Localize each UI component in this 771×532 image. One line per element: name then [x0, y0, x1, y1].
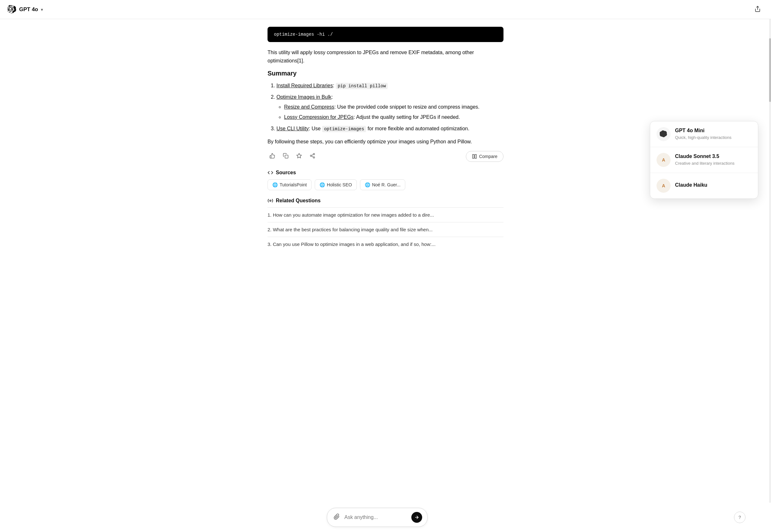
sources-icon: [268, 170, 273, 176]
sources-list: 🌐 TutorialsPoint 🌐 Holistic SEO 🌐 Noé R.…: [268, 179, 503, 190]
related-item[interactable]: 2. What are the best practices for balan…: [268, 222, 503, 237]
list-item: Resize and Compress: Use the provided co…: [284, 103, 503, 111]
input-row: ?: [25, 508, 746, 527]
svg-marker-2: [297, 153, 302, 158]
related-heading: Related Questions: [276, 198, 321, 204]
attach-button[interactable]: [332, 512, 341, 523]
chat-input[interactable]: [344, 514, 408, 520]
model-title: Claude Sonnet 3.5: [675, 154, 752, 159]
related-item[interactable]: 3. Can you use Pillow to optimize images…: [268, 237, 503, 251]
svg-point-10: [270, 200, 271, 202]
model-name-label: GPT 4o: [19, 6, 38, 13]
model-info-gpt4o-mini: GPT 4o Mini Quick, high-quality interact…: [675, 128, 752, 140]
model-option-claude-haiku[interactable]: A Claude Haiku: [650, 173, 758, 198]
globe-icon: 🌐: [320, 182, 325, 187]
model-description: Creative and literary interactions: [675, 161, 752, 166]
model-title: GPT 4o Mini: [675, 128, 752, 133]
source-chip-noe[interactable]: 🌐 Noé R. Guer...: [360, 179, 405, 190]
svg-point-5: [313, 157, 315, 158]
code-block: optimize-images -hi ./: [268, 27, 503, 42]
scrollbar[interactable]: [769, 19, 771, 532]
openai-logo-icon: [8, 5, 17, 14]
related-section: Related Questions 1. How can you automat…: [268, 198, 503, 251]
body-paragraph: This utility will apply lossy compressio…: [268, 48, 503, 65]
model-info-claude-haiku: Claude Haiku: [675, 182, 752, 189]
header: GPT 4o ▾: [0, 0, 771, 19]
model-title: Claude Haiku: [675, 182, 752, 188]
optimize-images-link[interactable]: Optimize Images in Bulk: [277, 94, 332, 100]
help-icon: ?: [739, 515, 741, 520]
sources-section: Sources 🌐 TutorialsPoint 🌐 Holistic SEO …: [268, 170, 503, 190]
svg-line-7: [312, 155, 313, 155]
svg-line-6: [312, 156, 313, 157]
list-item: Install Required Libraries: pip install …: [277, 82, 503, 90]
share-response-button[interactable]: [308, 151, 317, 162]
svg-rect-8: [472, 155, 474, 158]
source-chip-holisticseo[interactable]: 🌐 Holistic SEO: [315, 179, 357, 190]
svg-rect-1: [285, 155, 288, 158]
copy-button[interactable]: [281, 151, 291, 162]
source-label: Noé R. Guer...: [372, 182, 400, 187]
model-avatar-claude-haiku: A: [657, 179, 671, 193]
model-avatar-claude-sonnet: A: [657, 153, 671, 167]
model-selector[interactable]: GPT 4o ▾: [8, 5, 43, 14]
send-button[interactable]: [411, 512, 422, 523]
model-option-claude-sonnet[interactable]: A Claude Sonnet 3.5 Creative and literar…: [650, 147, 758, 173]
list-item: Use CLI Utility: Use optimize-images for…: [277, 125, 503, 133]
input-wrapper: [327, 508, 428, 527]
action-icons: [268, 151, 317, 162]
chat-area: optimize-images -hi ./ This utility will…: [242, 19, 529, 532]
summary-list: Install Required Libraries: pip install …: [268, 82, 503, 133]
sources-title: Sources: [268, 170, 503, 176]
compare-label: Compare: [479, 154, 497, 159]
related-icon: [268, 198, 273, 204]
input-area: ?: [0, 503, 771, 532]
sources-heading: Sources: [276, 170, 296, 176]
thumbs-up-button[interactable]: [268, 151, 277, 162]
list-item: Lossy Compression for JPEGs: Adjust the …: [284, 113, 503, 121]
scroll-thumb[interactable]: [769, 38, 771, 102]
use-cli-link[interactable]: Use CLI Utility: [277, 126, 309, 131]
chevron-down-icon: ▾: [41, 7, 43, 12]
closing-paragraph: By following these steps, you can effici…: [268, 138, 503, 146]
source-label: TutorialsPoint: [280, 182, 307, 187]
main-content: optimize-images -hi ./ This utility will…: [0, 19, 771, 532]
model-info-claude-sonnet: Claude Sonnet 3.5 Creative and literary …: [675, 154, 752, 166]
model-dropdown: GPT 4o Mini Quick, high-quality interact…: [650, 121, 758, 199]
action-bar: Compare: [268, 151, 503, 162]
install-libraries-link[interactable]: Install Required Libraries: [277, 83, 333, 88]
globe-icon: 🌐: [272, 182, 278, 187]
svg-point-4: [310, 155, 312, 157]
sparkle-button[interactable]: [294, 151, 304, 162]
globe-icon: 🌐: [365, 182, 370, 187]
related-item[interactable]: 1. How can you automate image optimizati…: [268, 207, 503, 222]
resize-compress-link[interactable]: Resize and Compress: [284, 104, 334, 110]
lossy-compression-link[interactable]: Lossy Compression for JPEGs: [284, 114, 354, 120]
list-item: Optimize Images in Bulk: Resize and Comp…: [277, 93, 503, 121]
source-chip-tutorialspoint[interactable]: 🌐 TutorialsPoint: [268, 179, 312, 190]
related-title: Related Questions: [268, 198, 503, 204]
compare-button[interactable]: Compare: [466, 151, 503, 162]
model-option-gpt4o-mini[interactable]: GPT 4o Mini Quick, high-quality interact…: [650, 121, 758, 147]
source-label: Holistic SEO: [327, 182, 352, 187]
help-button[interactable]: ?: [734, 512, 746, 523]
svg-rect-9: [475, 155, 477, 158]
share-button[interactable]: [752, 3, 763, 16]
related-list: 1. How can you automate image optimizati…: [268, 207, 503, 251]
svg-point-3: [313, 153, 315, 155]
sub-list: Resize and Compress: Use the provided co…: [277, 103, 503, 121]
model-avatar-gpt4o-mini: [657, 127, 671, 141]
model-description: Quick, high-quality interactions: [675, 135, 752, 140]
summary-heading: Summary: [268, 70, 503, 77]
code-text: optimize-images -hi ./: [274, 32, 333, 37]
